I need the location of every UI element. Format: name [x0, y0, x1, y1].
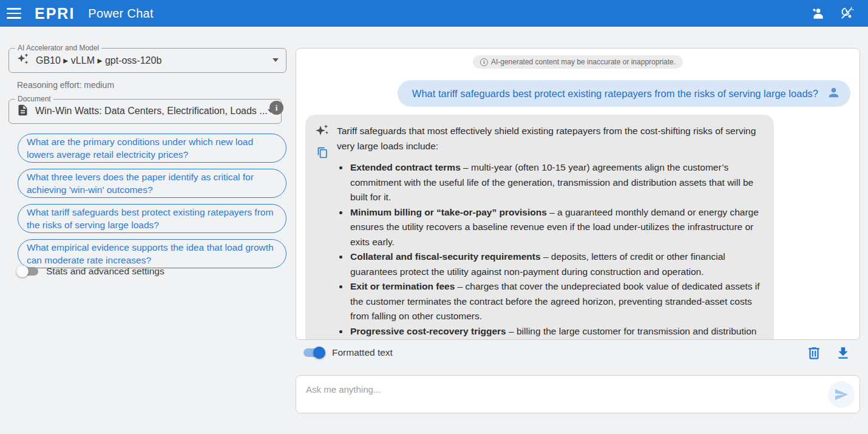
app-header: EPRI Power Chat [0, 0, 868, 27]
download-chat-icon[interactable] [835, 345, 851, 361]
suggested-questions: What are the primary conditions under wh… [18, 134, 287, 274]
assistant-message-text: Tariff safeguards that most effectively … [337, 124, 761, 340]
suggested-question-pill[interactable]: What are the primary conditions under wh… [18, 134, 287, 163]
assistant-bullet: Extended contract terms – multi-year (of… [349, 160, 761, 205]
user-avatar-icon [827, 86, 841, 102]
document-selector-value: Win-Win Watts: Data Centers, Electrifica… [35, 106, 268, 117]
chat-input[interactable] [296, 376, 860, 413]
ai-disclaimer-text: AI-generated content may be inaccurate o… [491, 58, 676, 66]
contact-person-icon[interactable] [810, 5, 826, 21]
theme-toggle-icon[interactable] [839, 5, 855, 21]
app-title: Power Chat [88, 7, 154, 21]
assistant-bullet: Collateral and fiscal-security requireme… [349, 249, 761, 279]
suggested-question-pill[interactable]: What tariff safeguards best protect exis… [18, 204, 287, 233]
copy-icon[interactable] [317, 147, 328, 161]
user-message-text: What tariff safeguards best protect exis… [412, 88, 818, 100]
formatted-text-toggle[interactable] [303, 348, 324, 357]
stats-settings-toggle-label: Stats and advanced settings [46, 266, 164, 277]
assistant-intro: Tariff safeguards that most effectively … [337, 124, 761, 154]
user-message-bubble: What tariff safeguards best protect exis… [398, 80, 850, 107]
formatted-text-toggle-label: Formatted text [332, 347, 393, 358]
chat-input-container [296, 375, 860, 413]
epri-logo: EPRI [35, 5, 75, 22]
sparkle-icon [315, 123, 330, 140]
menu-icon[interactable] [7, 8, 21, 19]
assistant-bullet: Exit or termination fees – charges that … [349, 279, 761, 324]
chat-panel: i AI-generated content may be inaccurate… [296, 48, 860, 340]
assistant-bullet: Progressive cost-recovery triggers – bil… [349, 324, 761, 341]
reasoning-effort-text: Reasoning effort: medium [17, 80, 114, 90]
model-selector-label: AI Accelerator and Model [15, 44, 101, 52]
suggested-question-pill[interactable]: What empirical evidence supports the ide… [18, 239, 287, 268]
suggested-question-pill[interactable]: What three levers does the paper identif… [18, 169, 287, 198]
ai-disclaimer: i AI-generated content may be inaccurate… [473, 55, 683, 69]
assistant-bullet: Minimum billing or “take-or-pay” provisi… [349, 205, 761, 250]
stats-settings-toggle-row: Stats and advanced settings [18, 266, 164, 277]
document-selector-label: Document [15, 95, 53, 103]
send-button[interactable] [828, 381, 855, 408]
chevron-down-icon [273, 58, 279, 62]
assistant-message-bubble: Tariff safeguards that most effectively … [305, 115, 774, 340]
model-selector[interactable]: AI Accelerator and Model GB10 ▸ vLLM ▸ g… [8, 44, 287, 73]
model-selector-value: GB10 ▸ vLLM ▸ gpt-oss-120b [36, 55, 161, 66]
delete-chat-icon[interactable] [806, 345, 822, 361]
document-info-icon[interactable]: i [270, 101, 283, 115]
stats-settings-toggle[interactable] [18, 267, 38, 276]
formatted-text-toggle-row: Formatted text [303, 347, 393, 358]
assistant-bullet-list: Extended contract terms – multi-year (of… [337, 160, 761, 340]
document-selector[interactable]: Document Win-Win Watts: Data Centers, El… [8, 95, 282, 124]
info-outline-icon: i [480, 58, 488, 66]
document-icon [16, 104, 29, 119]
sparkle-icon [16, 52, 30, 68]
